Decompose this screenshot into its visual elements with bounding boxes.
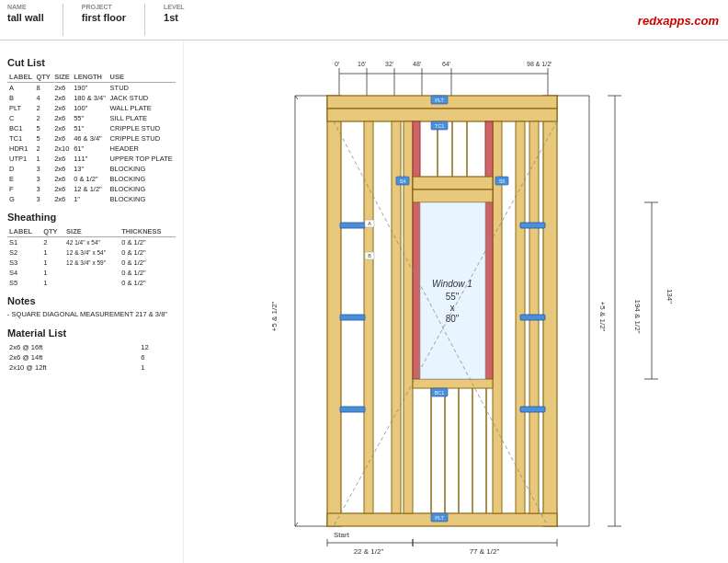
material-table: 2x6 @ 16ft122x6 @ 14ft62x10 @ 12ft1: [7, 342, 176, 373]
svg-text:194 & 1/2": 194 & 1/2": [633, 299, 642, 333]
svg-text:22 & 1/2": 22 & 1/2": [354, 547, 384, 556]
left-panel: Cut List LABEL QTY SIZE LENGTH USE A82x6…: [0, 40, 184, 563]
table-row: UTP112x6111"UPPER TOP PLATE: [7, 154, 176, 164]
wall-drawing: 0' 16' 32' 48' 64' 98 & 1/2': [184, 40, 728, 563]
svg-text:Start: Start: [334, 531, 350, 539]
table-row: S2112 & 3/4" x 54"0 & 1/2": [7, 247, 176, 258]
svg-text:134": 134": [665, 289, 674, 304]
header-divider-1: [63, 4, 63, 36]
table-row: F32x612 & 1/2"BLOCKING: [7, 184, 176, 194]
name-label: NAME: [7, 4, 44, 10]
svg-rect-14: [327, 96, 341, 526]
table-row: 2x10 @ 12ft1: [7, 362, 176, 373]
level-label: LEVEL: [164, 4, 185, 10]
s-col-label: LABEL: [7, 226, 41, 237]
svg-rect-43: [340, 223, 365, 228]
header: NAME tall wall PROJECT first floor LEVEL…: [0, 0, 728, 40]
svg-rect-17: [327, 109, 557, 121]
table-row: TC152x646 & 3/4"CRIPPLE STUD: [7, 133, 176, 144]
svg-text:S4: S4: [400, 178, 406, 184]
col-use: USE: [108, 72, 176, 83]
material-list-title: Material List: [7, 327, 176, 339]
s-col-size: SIZE: [64, 226, 119, 237]
table-row: PLT22x6100"WALL PLATE: [7, 103, 176, 113]
table-row: S510 & 1/2": [7, 278, 176, 288]
svg-rect-47: [520, 315, 545, 320]
svg-text:BC1: BC1: [435, 390, 445, 396]
svg-rect-46: [520, 223, 545, 228]
svg-text:80": 80": [446, 314, 460, 324]
project-label: PROJECT: [82, 4, 126, 10]
notes-title: Notes: [7, 295, 176, 306]
s-col-thickness: THICKNESS: [119, 226, 176, 237]
svg-text:A: A: [368, 221, 371, 226]
brand: redxapps.com: [638, 13, 719, 27]
notes-text: - SQUARE DIAGONAL MEASUREMENT 217 & 3/8": [7, 310, 176, 320]
svg-text:55": 55": [446, 292, 460, 302]
sheathing-title: Sheathing: [7, 212, 176, 223]
svg-text:64': 64': [442, 61, 450, 67]
project-field: PROJECT first floor: [82, 4, 126, 36]
level-field: LEVEL 1st: [164, 4, 185, 36]
svg-text:PLT: PLT: [435, 98, 444, 103]
table-row: BC152x651"CRIPPLE STUD: [7, 123, 176, 133]
cut-list-table: LABEL QTY SIZE LENGTH USE A82x6190"STUDB…: [7, 72, 176, 204]
table-row: HDR122x1061"HEADER: [7, 144, 176, 154]
name-field: NAME tall wall: [7, 4, 44, 36]
svg-rect-22: [413, 121, 420, 379]
sheathing-table: LABEL QTY SIZE THICKNESS S1242 1/4" x 54…: [7, 226, 176, 288]
svg-text:0': 0': [335, 61, 339, 67]
svg-rect-44: [340, 315, 365, 320]
name-value: tall wall: [7, 12, 44, 23]
svg-text:+5 & 1/2": +5 & 1/2": [270, 301, 279, 331]
svg-rect-45: [340, 407, 365, 412]
svg-text:Window 1: Window 1: [432, 279, 472, 289]
table-row: S1242 1/4" x 54"0 & 1/2": [7, 237, 176, 248]
table-row: D32x613"BLOCKING: [7, 164, 176, 174]
svg-text:+5 & 1/2": +5 & 1/2": [598, 302, 607, 332]
table-row: E32x60 & 1/2"BLOCKING: [7, 174, 176, 184]
table-row: 2x6 @ 14ft6: [7, 352, 176, 362]
svg-text:48': 48': [413, 61, 421, 67]
level-value: 1st: [164, 12, 185, 23]
svg-text:B: B: [368, 253, 371, 259]
table-row: 2x6 @ 16ft12: [7, 342, 176, 352]
svg-text:32': 32': [385, 61, 393, 67]
table-row: C22x655"SILL PLATE: [7, 113, 176, 123]
table-row: S3112 & 3/4" x 59"0 & 1/2": [7, 258, 176, 268]
table-row: A82x6190"STUD: [7, 83, 176, 94]
svg-rect-15: [543, 96, 557, 526]
svg-text:PLT: PLT: [435, 515, 444, 521]
svg-rect-19: [364, 121, 373, 513]
table-row: B42x6180 & 3/4"JACK STUD: [7, 93, 176, 103]
s-col-qty: QTY: [41, 226, 64, 237]
svg-rect-28: [413, 190, 493, 202]
svg-text:16': 16': [358, 61, 366, 67]
cut-list-title: Cut List: [7, 57, 176, 68]
svg-text:98 & 1/2': 98 & 1/2': [527, 61, 552, 67]
col-label: LABEL: [7, 72, 34, 83]
project-value: first floor: [82, 12, 126, 23]
table-row: G32x61"BLOCKING: [7, 194, 176, 204]
col-size: SIZE: [52, 72, 72, 83]
svg-rect-48: [520, 407, 545, 412]
svg-rect-29: [413, 379, 493, 388]
svg-rect-24: [485, 121, 493, 379]
header-divider-2: [144, 4, 145, 36]
svg-text:TC1: TC1: [435, 123, 444, 129]
svg-rect-30: [420, 202, 485, 379]
col-length: LENGTH: [72, 72, 108, 83]
svg-text:77 & 1/2": 77 & 1/2": [470, 547, 500, 556]
col-qty: QTY: [34, 72, 52, 83]
main-content: Cut List LABEL QTY SIZE LENGTH USE A82x6…: [0, 40, 728, 563]
right-panel: 0' 16' 32' 48' 64' 98 & 1/2': [184, 40, 728, 563]
table-row: S410 & 1/2": [7, 268, 176, 278]
svg-rect-27: [413, 177, 493, 190]
svg-text:S5: S5: [499, 178, 506, 184]
